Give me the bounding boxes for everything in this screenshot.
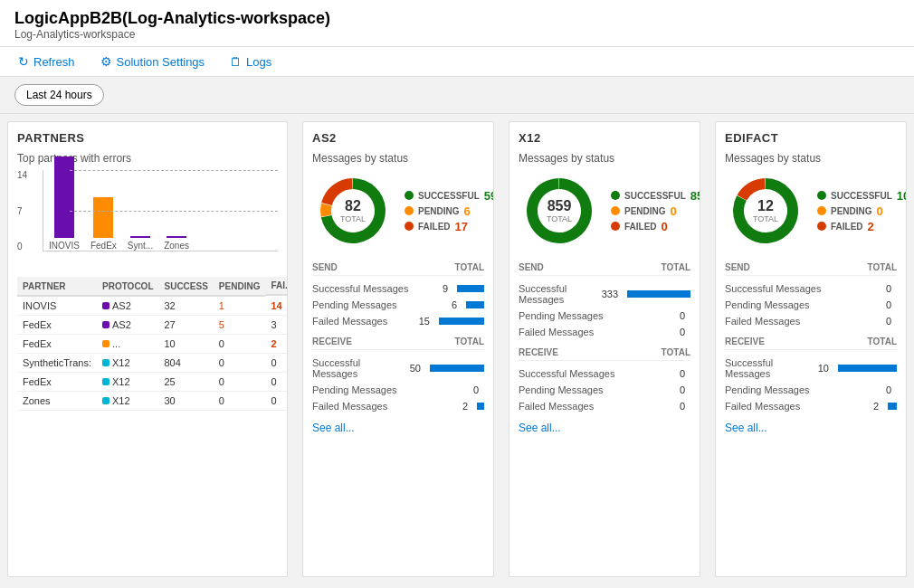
legend-color (817, 222, 826, 231)
cell-protocol: X12 (97, 392, 158, 411)
cell-success: 10 (159, 335, 214, 354)
legend-item: PENDING 6 (405, 204, 494, 218)
table-row[interactable]: FedEx X12 25 0 0 (17, 373, 288, 392)
grid-line-top (70, 170, 278, 171)
msg-bar (457, 285, 484, 292)
cell-failed: 3 (265, 316, 288, 335)
legend-item: SUCCESSFUL 859 (611, 189, 700, 203)
cell-partner: FedEx (17, 316, 97, 335)
message-row: Pending Messages 6 (312, 297, 484, 313)
table-header-row: PARTNER PROTOCOL SUCCESS PENDING FAI... … (17, 277, 288, 296)
col-protocol: PROTOCOL (97, 277, 158, 296)
message-row: Successful Messages 0 (725, 280, 897, 297)
main-content: PARTNERS Top partners with errors 14 7 0… (0, 114, 914, 584)
table-row[interactable]: Zones X12 30 0 0 (17, 392, 288, 411)
donut-center: 12 TOTAL (753, 198, 778, 223)
cell-partner: FedEx (17, 373, 97, 392)
message-row: Failed Messages 2 (725, 398, 897, 414)
see-all-link[interactable]: See all... (312, 422, 484, 434)
legend-value: 59 (484, 189, 494, 203)
messages-by-status-label: Messages by status (312, 152, 484, 165)
msg-value: 0 (461, 384, 479, 395)
legend-color (611, 206, 620, 215)
table-row[interactable]: INOVIS AS2 32 1 14 (17, 296, 288, 316)
see-all-link[interactable]: See all... (519, 422, 690, 434)
col-pending: PENDING (214, 277, 266, 296)
legend-label: PENDING (624, 206, 666, 216)
message-row: Pending Messages 0 (725, 382, 897, 398)
panel-title: X12 (519, 131, 690, 145)
legend-value: 0 (671, 204, 677, 218)
logs-button[interactable]: 🗒 Logs (226, 53, 275, 71)
table-row[interactable]: SyntheticTrans: X12 804 0 0 (17, 354, 288, 373)
legend-label: FAILED (624, 222, 657, 232)
message-row: Pending Messages 0 (725, 297, 897, 313)
legend-color (611, 191, 620, 200)
donut-legend: SUCCESSFUL 59 PENDING 6 FAILED 17 (405, 189, 494, 233)
table-row[interactable]: FedEx AS2 27 5 3 (17, 316, 288, 335)
as2-panel: AS2 Messages by status 82 TOTAL SUCCESSF… (302, 121, 494, 577)
table-row[interactable]: FedEx ... 10 0 2 (17, 335, 288, 354)
donut-total-label: TOTAL (753, 214, 778, 223)
send-header: SEND TOTAL (519, 262, 690, 276)
msg-label: Successful Messages (519, 283, 600, 305)
panel-title: EDIFACT (725, 131, 897, 145)
partners-panel: PARTNERS Top partners with errors 14 7 0… (7, 121, 288, 577)
donut-center: 82 TOTAL (340, 198, 366, 223)
settings-icon: ⚙ (100, 54, 112, 69)
legend-item: FAILED 0 (611, 220, 700, 233)
message-row: Successful Messages 50 (312, 355, 484, 382)
receive-section: RECEIVE TOTAL Successful Messages 50 Pen… (312, 337, 484, 414)
time-filter-button[interactable]: Last 24 hours (14, 84, 104, 106)
legend-label: FAILED (831, 222, 863, 232)
legend-color (611, 222, 620, 231)
msg-label: Failed Messages (725, 401, 861, 412)
msg-label: Pending Messages (519, 310, 667, 321)
legend-item: FAILED 2 (817, 220, 907, 233)
cell-success: 804 (159, 354, 214, 373)
see-all-link[interactable]: See all... (725, 422, 897, 434)
partners-title: PARTNERS (17, 131, 278, 145)
message-row: Failed Messages 0 (519, 324, 690, 340)
solution-settings-label: Solution Settings (117, 55, 205, 69)
cell-pending: 0 (214, 392, 266, 411)
donut-legend: SUCCESSFUL 10 PENDING 0 FAILED 2 (817, 189, 907, 233)
cell-pending: 0 (214, 373, 266, 392)
msg-value: 0 (667, 401, 685, 412)
send-section: SEND TOTAL Successful Messages 9 Pending… (312, 262, 484, 329)
legend-value: 859 (690, 189, 700, 203)
panel-title: AS2 (312, 131, 484, 145)
cell-pending: 5 (214, 316, 266, 335)
legend-item: PENDING 0 (611, 204, 700, 218)
legend-item: SUCCESSFUL 10 (817, 189, 907, 203)
cell-success: 32 (159, 296, 214, 316)
legend-value: 10 (897, 189, 907, 203)
legend-color (817, 191, 826, 200)
toolbar: ↻ Refresh ⚙ Solution Settings 🗒 Logs (0, 47, 914, 77)
logs-icon: 🗒 (230, 55, 242, 69)
msg-value: 333 (600, 289, 618, 299)
donut-total-number: 82 (340, 198, 366, 214)
cell-protocol: AS2 (97, 296, 158, 316)
msg-label: Failed Messages (725, 316, 873, 327)
message-row: Successful Messages 9 (312, 280, 484, 297)
legend-label: FAILED (418, 222, 451, 232)
msg-value: 9 (430, 283, 448, 294)
msg-label: Pending Messages (312, 384, 461, 395)
donut-center: 859 TOTAL (547, 198, 572, 223)
msg-label: Pending Messages (725, 384, 873, 395)
cell-failed: 0 (265, 354, 288, 373)
col-partner: PARTNER (17, 277, 97, 296)
msg-value: 50 (403, 363, 421, 374)
message-row: Failed Messages 2 (312, 398, 484, 414)
legend-label: PENDING (831, 206, 872, 216)
donut-section: 82 TOTAL SUCCESSFUL 59 PENDING 6 FAILED … (312, 170, 484, 251)
donut-section: 12 TOTAL SUCCESSFUL 10 PENDING 0 FAILED … (725, 170, 897, 251)
refresh-button[interactable]: ↻ Refresh (14, 52, 79, 71)
legend-value: 17 (455, 220, 468, 233)
cell-success: 30 (159, 392, 214, 411)
logs-label: Logs (246, 55, 271, 69)
msg-value: 0 (873, 283, 891, 294)
solution-settings-button[interactable]: ⚙ Solution Settings (97, 52, 209, 71)
cell-partner: INOVIS (17, 296, 97, 316)
